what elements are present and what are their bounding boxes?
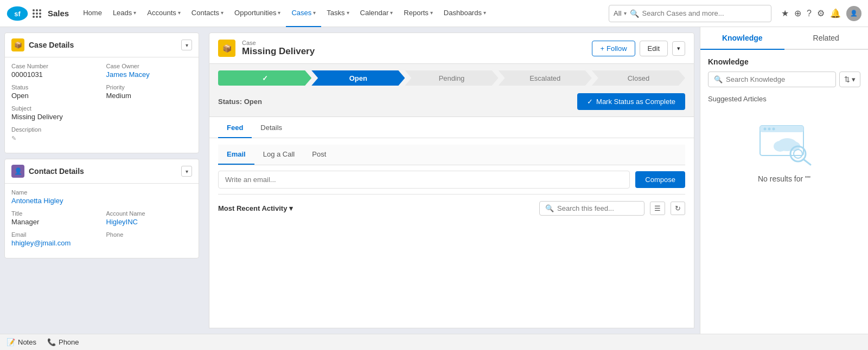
priority-value: Medium [106,92,131,100]
nav-dashboards[interactable]: Dashboards ▾ [438,0,492,27]
add-icon[interactable]: ⊕ [794,8,801,18]
account-name-value[interactable]: HigleyINC [106,218,138,226]
case-header-card: 📦 Case Missing Delivery + Follow Edit ▾ [209,33,694,64]
center-panel: 📦 Case Missing Delivery + Follow Edit ▾ … [203,27,700,334]
case-number-value: 00001031 [11,70,43,79]
salesforce-logo[interactable]: sf [7,3,28,24]
status-action-row: Status: Open ✓ Mark Status as Complete [218,93,685,110]
case-details-collapse[interactable]: ▾ [181,40,192,50]
notes-label: Notes [18,338,36,346]
nav-accounts[interactable]: Accounts ▾ [142,0,186,27]
case-details-header: 📦 Case Details ▾ [5,33,199,57]
subject-value: Missing Delivery [11,113,63,121]
contact-details-collapse[interactable]: ▾ [181,166,192,177]
subject-label: Subject [11,105,192,112]
priority-field: Priority Medium ✎ [106,84,193,100]
case-owner-label: Case Owner [106,63,193,69]
filter-feed-button[interactable]: ☰ [650,202,665,215]
app-launcher-icon[interactable] [33,9,41,18]
favorites-icon[interactable]: ★ [781,8,789,18]
case-actions: + Follow Edit ▾ [592,41,685,56]
feed-tabs: Feed Details [209,117,694,138]
contact-email-value[interactable]: hhigley@jmail.com [11,239,71,247]
nav-links: Home Leads ▾ Accounts ▾ Contacts ▾ Oppor… [78,0,599,27]
refresh-feed-button[interactable]: ↻ [671,202,685,215]
search-prefix[interactable]: All ▾ [614,9,626,17]
global-search[interactable]: All ▾ 🔍 [609,5,771,22]
phone-label: Phone [59,338,79,346]
phone-icon: 📞 [47,338,56,346]
contact-email-label: Email [11,231,98,238]
step-closed[interactable]: Closed [592,70,685,86]
case-number-label: Case Number [11,63,98,69]
activity-chevron-icon: ▾ [289,204,293,212]
contact-name-label: Name [11,189,192,196]
tab-details[interactable]: Details [252,117,291,138]
svg-point-6 [772,128,775,131]
tab-related[interactable]: Related [784,27,869,49]
email-tab-post[interactable]: Post [303,145,335,165]
nav-cases[interactable]: Cases ▾ [286,0,321,27]
edit-button[interactable]: Edit [640,41,668,56]
step-pending[interactable]: Pending [405,70,498,86]
step-escalated[interactable]: Escalated [499,70,592,86]
nav-contacts[interactable]: Contacts ▾ [186,0,229,27]
account-name-field: Account Name HigleyINC ✎ [106,210,193,226]
phone-bar-item[interactable]: 📞 Phone [47,338,79,346]
notes-bar-item[interactable]: 📝 Notes [7,338,36,346]
subject-field: Subject Missing Delivery ✎ [11,105,192,121]
no-results-illustration: No results for "" [708,109,860,194]
description-edit[interactable]: ✎ [11,135,16,141]
svg-point-4 [763,128,766,131]
case-number-field: Case Number 00001031 [11,63,98,79]
follow-button[interactable]: + Follow [592,41,635,56]
svg-point-8 [774,141,787,152]
nav-reports[interactable]: Reports ▾ [398,0,438,27]
nav-leads[interactable]: Leads ▾ [107,0,142,27]
nav-opportunities[interactable]: Opportunities ▾ [229,0,286,27]
case-owner-value[interactable]: James Macey [106,70,150,79]
search-feed-input[interactable] [557,204,639,212]
feed-card: Feed Details Email Log a Call Post Compo… [209,117,694,328]
mark-complete-button[interactable]: ✓ Mark Status as Complete [577,93,685,110]
contact-name-field: Name Antonetta Higley ✎ [11,189,192,205]
top-navigation: sf Sales Home Leads ▾ Accounts ▾ Contact… [0,0,868,27]
contact-header-icon: 👤 [11,165,24,178]
help-icon[interactable]: ? [807,9,812,18]
settings-icon[interactable]: ⚙ [817,8,825,18]
status-field: Status Open ✎ [11,84,98,100]
tab-feed[interactable]: Feed [218,117,252,138]
user-avatar[interactable]: 👤 [846,6,861,21]
bottom-bar: 📝 Notes 📞 Phone [0,334,868,350]
search-input[interactable] [642,9,767,17]
step-open[interactable]: Open [311,70,405,86]
activity-bar: Most Recent Activity ▾ 🔍 ☰ ↻ [218,195,685,216]
contact-phone-field: Phone [106,231,193,247]
compose-area: Compose [218,165,685,195]
contact-email-field: Email hhigley@jmail.com ✎ [11,231,98,247]
contact-details-header: 👤 Contact Details ▾ [5,159,199,184]
compose-email-input[interactable] [218,171,630,189]
contact-details-body: Name Antonetta Higley ✎ Title Manager ✎ [5,184,199,258]
case-meta: Case Missing Delivery [242,40,585,57]
tab-knowledge[interactable]: Knowledge [700,27,784,50]
contact-name-value[interactable]: Antonetta Higley [11,197,63,205]
search-feed[interactable]: 🔍 [539,201,644,216]
sort-icon: ⇅ [844,75,850,83]
knowledge-search-input[interactable] [726,75,830,83]
email-tab-log-call[interactable]: Log a Call [254,145,304,165]
knowledge-search-input-wrapper: 🔍 [708,72,836,87]
email-tab-email[interactable]: Email [218,145,254,165]
compose-button[interactable]: Compose [635,171,685,188]
nav-home[interactable]: Home [78,0,107,27]
nav-tasks[interactable]: Tasks ▾ [321,0,354,27]
case-actions-dropdown[interactable]: ▾ [672,41,685,56]
nav-calendar[interactable]: Calendar ▾ [355,0,399,27]
knowledge-sort-button[interactable]: ⇅ ▾ [839,72,860,87]
notifications-icon[interactable]: 🔔 [830,8,841,18]
case-type-label: Case [242,40,585,46]
activity-selector[interactable]: Most Recent Activity ▾ [218,204,293,212]
contact-details-title: Contact Details [29,167,177,176]
step-completed[interactable]: ✓ [218,70,311,86]
activity-label: Most Recent Activity [218,204,287,212]
